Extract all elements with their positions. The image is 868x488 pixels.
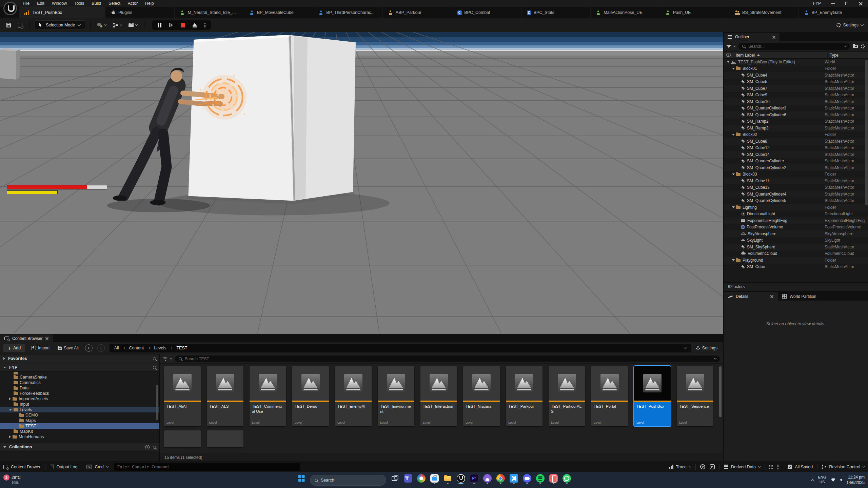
crumb-levels[interactable]: Levels — [154, 346, 166, 350]
expand-arrow-icon[interactable] — [732, 174, 735, 175]
frame-skip-icon[interactable] — [169, 23, 173, 27]
save-all-button[interactable]: Save All — [56, 344, 80, 352]
eject-icon[interactable] — [193, 23, 197, 27]
taskbar-app-phone-link[interactable] — [549, 474, 558, 484]
crumb-content[interactable]: Content — [129, 346, 144, 350]
outliner-search-box[interactable] — [738, 43, 850, 50]
taskbar-app-premiere[interactable]: Pr — [469, 474, 479, 484]
volume-icon[interactable] — [840, 479, 842, 481]
outliner-row-sm-quartercylinder2[interactable]: SM_QuarterCylinder2StaticMeshActor — [724, 164, 868, 171]
tab-push-ue[interactable]: Push_UE — [660, 7, 729, 18]
cinematics-button[interactable] — [127, 22, 139, 28]
asset-grid-scrollbar[interactable] — [719, 366, 722, 417]
outliner-row-sm-cube10[interactable]: SM_Cube10StaticMeshActor — [724, 98, 868, 105]
outliner-tab[interactable]: Outliner — [724, 33, 780, 41]
output-log-button[interactable]: Output Log — [50, 465, 78, 469]
asset-tile-partial[interactable] — [207, 430, 243, 447]
asset-tile-test-demo[interactable]: TEST_DemoLevel — [292, 366, 329, 426]
outliner-row-sm-cube[interactable]: SM_CubeStaticMeshActor — [724, 264, 868, 270]
tab-plugins[interactable]: Plugins — [105, 7, 175, 18]
asset-tile-test-als[interactable]: TEST_ALSLevel — [207, 366, 243, 426]
tree-arrow-icon[interactable] — [9, 409, 12, 411]
world-partition-tab[interactable]: World Partition — [778, 292, 821, 301]
console-command-input[interactable] — [117, 465, 297, 469]
taskbar-app-task-view[interactable] — [390, 474, 399, 484]
tree-item-levels[interactable]: Levels — [0, 407, 159, 412]
asset-search-box[interactable] — [175, 355, 720, 362]
asset-tile-test-parkourals[interactable]: TEST_ParkourALSLevel — [549, 366, 585, 426]
chevron-down-icon[interactable] — [684, 346, 687, 349]
hidden-icons-chevron[interactable] — [811, 479, 814, 482]
collections-section-header[interactable]: Collections — [0, 443, 159, 451]
tree-arrow-icon[interactable] — [9, 398, 11, 400]
tree-item-metahumans[interactable]: MetaHumans — [0, 434, 159, 440]
search-icon[interactable] — [153, 446, 156, 449]
gear-icon[interactable] — [861, 44, 865, 48]
expand-arrow-icon[interactable] — [732, 206, 735, 208]
outliner-row-sm-quartercylinder4[interactable]: SM_QuarterCylinder4StaticMeshActor — [724, 191, 868, 198]
outliner-scrollbar[interactable] — [865, 60, 868, 205]
tab-test-pushbox[interactable]: TEST_PushBox — [19, 7, 105, 18]
insights-icon[interactable] — [700, 464, 705, 469]
tab-bs-strafemovement[interactable]: BS_StrafeMovement — [729, 7, 798, 18]
favorites-section-header[interactable]: Favorites — [0, 354, 159, 363]
expand-arrow-icon[interactable] — [727, 61, 730, 63]
outliner-row-lighting[interactable]: LightingFolder — [724, 204, 868, 211]
minimize-icon[interactable] — [831, 2, 835, 5]
menu-help[interactable]: Help — [141, 1, 158, 6]
tree-item-forcefeedback[interactable]: ForceFeedback — [0, 391, 159, 396]
outliner-row-sm-cube14[interactable]: SM_Cube14StaticMeshActor — [724, 151, 868, 158]
tab-m-neutral-stand-idle[interactable]: M_Neutral_Stand_Idle_... — [175, 7, 244, 18]
outliner-row-directionallight[interactable]: DirectionalLightDirectionalLight — [724, 211, 868, 218]
tree-item-importedassets[interactable]: ImportedAssets — [0, 396, 159, 402]
console-command-box[interactable] — [114, 463, 300, 471]
asset-tile-test-aliai[interactable]: TEST_AliAILevel — [164, 366, 201, 426]
expand-arrow-icon[interactable] — [732, 259, 735, 261]
close-icon[interactable] — [859, 2, 863, 5]
outliner-row-block01[interactable]: Block01Folder — [724, 65, 868, 72]
content-browser-settings[interactable]: Settings — [696, 346, 719, 350]
add-actor-button[interactable] — [96, 21, 108, 29]
outliner-row-sm-cube13[interactable]: SM_Cube13StaticMeshActor — [724, 184, 868, 191]
taskbar-app-store[interactable] — [430, 474, 439, 484]
asset-tile-test-niagara[interactable]: TEST_NiagaraLevel — [463, 366, 500, 426]
taskbar-app-teams[interactable] — [403, 474, 413, 484]
maximize-icon[interactable] — [845, 2, 849, 5]
tab-abp-parkour[interactable]: ABP_Parkour — [383, 7, 452, 18]
close-icon[interactable] — [45, 337, 48, 340]
derived-data-button[interactable]: Derived Data — [724, 465, 760, 469]
save-level-button[interactable] — [5, 21, 13, 29]
play-options-kebab-icon[interactable] — [204, 23, 205, 27]
add-collection-icon[interactable] — [145, 445, 150, 449]
details-tab[interactable]: Details — [724, 292, 778, 301]
outliner-row-exponentialheightfog[interactable]: ExponentialHeightFogExponentialHeightFog — [724, 217, 868, 224]
outliner-row-sm-quartercylinder3[interactable]: SM_QuarterCylinder3StaticMeshActor — [724, 105, 868, 112]
chevron-down-icon[interactable] — [170, 357, 172, 359]
forward-button[interactable] — [97, 344, 105, 352]
asset-tile-test-pushbox[interactable]: TEST_PushBoxLevel — [634, 366, 671, 426]
tree-item-demo[interactable]: DEMO — [0, 412, 159, 418]
chevron-down-icon[interactable] — [733, 44, 736, 47]
outliner-row-playground[interactable]: PlaygroundFolder — [724, 257, 868, 264]
revision-control-button[interactable]: Revision Control — [822, 465, 865, 469]
taskbar-app-copilot[interactable] — [416, 474, 426, 484]
tree-item-test[interactable]: TEST — [0, 423, 159, 429]
profiler-icon[interactable] — [710, 464, 715, 469]
import-button[interactable]: Import — [30, 344, 51, 352]
outliner-row-sm-cube8[interactable]: SM_Cube8StaticMeshActor — [724, 138, 868, 145]
grid-status-icon[interactable] — [769, 465, 770, 466]
stop-icon[interactable] — [181, 23, 185, 27]
tab-bpc-stats[interactable]: BPC_Stats — [521, 7, 591, 18]
add-button[interactable]: Add — [3, 344, 25, 352]
crumb-test[interactable]: TEST — [176, 346, 187, 350]
tree-item-cinematics[interactable]: Cinematics — [0, 380, 159, 385]
tab-bpc-combat[interactable]: BPC_Combat — [452, 7, 521, 18]
outliner-row-sm-cube7[interactable]: SM_Cube7StaticMeshActor — [724, 85, 868, 92]
expand-arrow-icon[interactable] — [732, 134, 735, 136]
tab-bp-enemygate[interactable]: BP_EnemyGate — [799, 7, 868, 18]
outliner-row-postprocessvolume[interactable]: PostProcessVolumePostProcessVolume — [724, 224, 868, 231]
menu-tools[interactable]: Tools — [71, 1, 88, 6]
viewport-3d-scene[interactable] — [0, 32, 723, 334]
tree-item-mapkit[interactable]: MapKit — [0, 429, 159, 434]
language-indicator[interactable]: ENG US — [818, 475, 826, 485]
